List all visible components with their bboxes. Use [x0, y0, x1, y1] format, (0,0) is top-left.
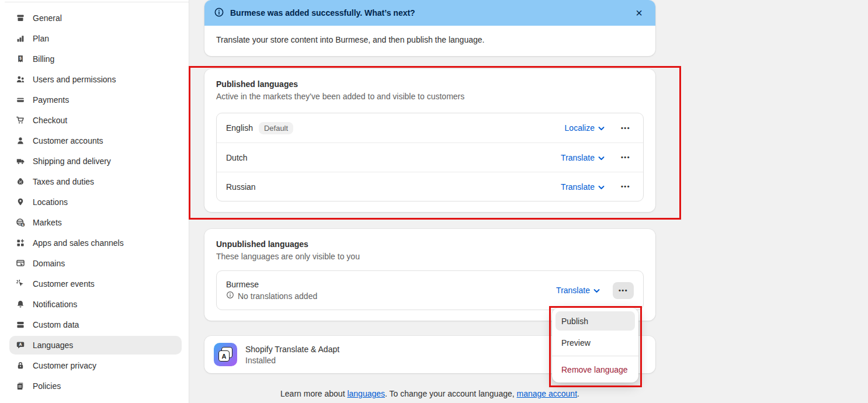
truck-icon [15, 157, 25, 166]
unpublished-languages-subtitle: These languages are only visible to you [216, 252, 644, 261]
more-options-icon[interactable]: ••• [617, 152, 634, 163]
sidebar-item-label: Users and permissions [33, 75, 116, 84]
sidebar-item-label: Checkout [33, 116, 67, 125]
sidebar-item-label: Markets [33, 218, 62, 227]
unpublished-languages-title: Unpublished languages [216, 239, 644, 249]
chevron-down-icon [593, 286, 600, 295]
language-row-english: English Default Localize ••• [217, 113, 643, 143]
app-title: Shopify Translate & Adapt [245, 345, 339, 354]
sidebar-item-customer-accounts[interactable]: Customer accounts [9, 131, 182, 150]
translate-adapt-app-icon: A [214, 343, 237, 366]
footer-help-text: Learn more about languages. To change yo… [204, 389, 655, 398]
tax-icon [15, 177, 25, 187]
bell-icon [15, 300, 25, 310]
info-banner-header: Burmese was added successfully. What’s n… [204, 0, 655, 26]
sidebar-item-label: Customer events [33, 279, 95, 289]
translate-dropdown-button[interactable]: Translate [561, 153, 605, 162]
sidebar-item-label: Languages [33, 341, 73, 350]
translate-dropdown-button[interactable]: Translate [556, 286, 600, 295]
settings-sidebar: General Plan $ Billing Users and permiss… [0, 0, 189, 403]
published-languages-card: Published languages Active in the market… [204, 69, 655, 212]
sidebar-item-policies[interactable]: Policies [9, 377, 182, 395]
sidebar-item-label: Notifications [33, 300, 77, 309]
info-banner: Burmese was added successfully. What’s n… [204, 0, 655, 56]
manage-account-link[interactable]: manage account [517, 389, 578, 398]
custom-data-icon [15, 320, 25, 330]
sidebar-item-label: Customer accounts [33, 136, 103, 145]
localize-dropdown-button[interactable]: Localize [565, 123, 605, 133]
sidebar-item-label: General [33, 13, 62, 23]
menu-item-publish[interactable]: Publish [555, 311, 635, 331]
sidebar-item-label: Domains [33, 259, 65, 268]
plan-icon [15, 34, 25, 44]
sidebar-item-shipping-delivery[interactable]: Shipping and delivery [9, 152, 182, 171]
sidebar-item-apps-sales-channels[interactable]: Apps and sales channels [9, 234, 182, 252]
policies-icon [15, 381, 25, 391]
sidebar-item-label: Billing [33, 54, 54, 64]
globe-icon: $ [15, 218, 25, 228]
sidebar-item-domains[interactable]: Domains [9, 254, 182, 273]
published-languages-subtitle: Active in the markets they've been added… [216, 92, 644, 101]
more-options-icon[interactable]: ••• [613, 282, 634, 299]
sidebar-item-taxes-duties[interactable]: Taxes and duties [9, 172, 182, 191]
language-row-burmese: Burmese No translations added Translate … [217, 271, 643, 310]
language-row-dutch: Dutch Translate ••• [217, 143, 643, 172]
more-options-icon[interactable]: ••• [617, 181, 634, 192]
chevron-down-icon [598, 153, 605, 162]
lock-icon [15, 361, 25, 371]
banner-body: Translate your store content into Burmes… [204, 26, 655, 56]
users-icon [15, 75, 25, 85]
default-badge: Default [259, 122, 293, 134]
menu-divider [552, 356, 638, 356]
payments-icon [15, 95, 25, 105]
unpublished-languages-list: Burmese No translations added Translate … [216, 270, 644, 310]
sidebar-item-label: Payments [33, 95, 69, 105]
language-name: Russian [226, 182, 256, 192]
translation-status: No translations added [238, 291, 317, 301]
menu-item-preview[interactable]: Preview [555, 333, 635, 352]
sidebar-item-label: Policies [33, 381, 61, 391]
sidebar-item-locations[interactable]: Locations [9, 193, 182, 211]
chevron-down-icon [598, 123, 605, 133]
apps-icon [15, 238, 25, 248]
sidebar-item-checkout[interactable]: Checkout [9, 111, 182, 130]
languages-help-link[interactable]: languages [347, 389, 385, 398]
sidebar-item-payments[interactable]: Payments [9, 91, 182, 109]
svg-text:A: A [19, 342, 22, 346]
sidebar-item-label: Shipping and delivery [33, 157, 111, 166]
app-status: Installed [245, 356, 339, 365]
language-name: Dutch [226, 153, 248, 162]
domains-icon [15, 259, 25, 269]
sidebar-item-label: Custom data [33, 320, 79, 329]
sidebar-item-plan[interactable]: Plan [9, 29, 182, 48]
translate-dropdown-button[interactable]: Translate [561, 182, 605, 192]
info-icon [214, 7, 224, 19]
sidebar-item-billing[interactable]: $ Billing [9, 50, 182, 68]
cart-icon [15, 116, 25, 126]
person-icon [15, 136, 25, 146]
menu-item-remove-language[interactable]: Remove language [555, 360, 635, 379]
chevron-down-icon [598, 182, 605, 192]
more-options-icon[interactable]: ••• [617, 123, 634, 134]
languages-icon: A [15, 341, 25, 350]
info-icon [226, 291, 234, 301]
sidebar-item-customer-events[interactable]: Customer events [9, 275, 182, 293]
language-name: English [226, 123, 253, 133]
billing-icon: $ [15, 54, 25, 64]
cursor-click-icon [15, 279, 25, 289]
store-icon [15, 13, 25, 23]
sidebar-item-custom-data[interactable]: Custom data [9, 315, 182, 334]
sidebar-item-general[interactable]: General [9, 9, 182, 27]
sidebar-item-notifications[interactable]: Notifications [9, 295, 182, 314]
sidebar-item-users-permissions[interactable]: Users and permissions [9, 70, 182, 89]
language-row-russian: Russian Translate ••• [217, 172, 643, 201]
sidebar-item-languages[interactable]: A Languages [9, 336, 182, 355]
sidebar-item-markets[interactable]: $ Markets [9, 213, 182, 232]
svg-text:$: $ [22, 223, 23, 227]
language-name: Burmese [226, 280, 259, 289]
sidebar-item-customer-privacy[interactable]: Customer privacy [9, 356, 182, 375]
close-icon[interactable]: × [632, 6, 646, 20]
language-options-menu: Publish Preview Remove language [552, 308, 638, 383]
unpublished-languages-card: Unpublished languages These languages ar… [204, 229, 655, 321]
published-languages-title: Published languages [216, 79, 644, 89]
